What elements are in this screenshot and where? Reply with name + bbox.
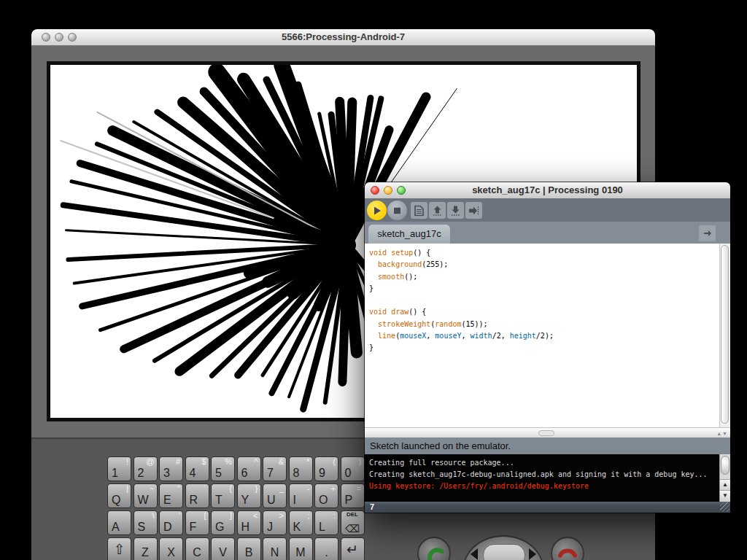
key-label: Y: [241, 494, 249, 507]
run-button[interactable]: [367, 201, 387, 220]
key-e[interactable]: E": [159, 483, 183, 508]
key-enter[interactable]: ↵: [341, 537, 365, 560]
stop-button[interactable]: [387, 201, 407, 220]
key-b[interactable]: B: [237, 537, 261, 560]
key-u[interactable]: U_: [263, 483, 287, 508]
editor-scrollbar-thumb[interactable]: [721, 245, 729, 424]
key-alt-label: %: [225, 457, 232, 466]
key-g[interactable]: G]: [211, 510, 235, 535]
key-a[interactable]: A: [107, 510, 131, 535]
key-label: O: [319, 494, 328, 507]
key-label: F: [190, 521, 197, 534]
console-scroll-up-button[interactable]: ▲: [720, 479, 730, 490]
key-o[interactable]: O+: [314, 483, 338, 508]
key-2[interactable]: 2@: [133, 456, 158, 481]
call-button[interactable]: [417, 537, 451, 560]
open-button[interactable]: [429, 202, 446, 219]
scroll-arrows-icon[interactable]: ▲▼: [716, 431, 728, 436]
console-scrollbar[interactable]: ▲ ▼: [719, 454, 730, 502]
key-alt-label: &: [279, 457, 284, 466]
key-w[interactable]: W~: [133, 483, 158, 508]
editor-hscrollbar-thumb[interactable]: [538, 430, 554, 436]
resize-grip[interactable]: [720, 502, 729, 512]
key-alt-label: ;: [307, 511, 309, 520]
key-alt-label: -: [307, 484, 310, 493]
key-i[interactable]: I-: [289, 483, 313, 508]
key-7[interactable]: 7&: [263, 456, 287, 481]
key-alt-label: ^: [254, 457, 258, 466]
key-h[interactable]: H<: [237, 510, 261, 535]
export-button[interactable]: [465, 202, 482, 219]
key-r[interactable]: R`: [185, 483, 209, 508]
console-line: Creating full resource package...: [369, 457, 715, 469]
editor-scrollbar[interactable]: [719, 244, 730, 427]
console-scroll-down-button[interactable]: ▼: [720, 490, 730, 501]
key-label: L: [319, 521, 325, 534]
key-y[interactable]: Y}: [237, 483, 261, 508]
new-sketch-button[interactable]: [411, 202, 427, 219]
code-editor[interactable]: void setup() { background(255); smooth()…: [365, 244, 719, 427]
key-label: 1: [112, 467, 118, 480]
key-9[interactable]: 9(: [314, 456, 338, 481]
key-alt-label: ): [359, 457, 362, 466]
key-c[interactable]: C: [185, 537, 209, 560]
key-alt-label: >: [279, 511, 284, 520]
key-q[interactable]: Q|: [107, 483, 131, 508]
arrow-down-icon: [447, 202, 464, 213]
key-.[interactable]: .: [314, 537, 338, 560]
emulator-titlebar[interactable]: 5566:Processing-Android-7: [31, 29, 655, 46]
key-s[interactable]: S\: [133, 510, 158, 535]
key-3[interactable]: 3#: [159, 456, 183, 481]
key-z[interactable]: Z: [133, 537, 158, 560]
key-label: W: [138, 494, 149, 507]
key-label: X: [160, 546, 182, 559]
processing-titlebar[interactable]: sketch_aug17c | Processing 0190: [365, 182, 730, 199]
key-alt-label: ]: [230, 511, 232, 520]
key-v[interactable]: V: [211, 537, 235, 560]
key-label: Z: [134, 546, 157, 559]
key-l[interactable]: L:: [314, 510, 338, 535]
key-5[interactable]: 5%: [211, 456, 235, 481]
dpad-right-icon[interactable]: [529, 548, 536, 560]
console-scrollbar-thumb[interactable]: [721, 456, 729, 475]
tab-sketch[interactable]: sketch_aug17c: [368, 225, 450, 244]
key-del[interactable]: DEL⌫: [341, 510, 365, 535]
key-alt-label: *: [306, 457, 309, 466]
key-m[interactable]: M: [289, 537, 313, 560]
hangup-button[interactable]: [551, 537, 584, 560]
key-8[interactable]: 8*: [289, 456, 313, 481]
key-label: P: [345, 494, 353, 507]
key-j[interactable]: J>: [263, 510, 287, 535]
dpad-left-icon[interactable]: [471, 548, 478, 560]
backspace-icon: ⌫: [341, 523, 364, 534]
key-t[interactable]: T{: [211, 483, 235, 508]
key-label: Q: [112, 494, 120, 507]
key-label: R: [190, 494, 198, 507]
key-n[interactable]: N: [263, 537, 287, 560]
key-x[interactable]: X: [159, 537, 183, 560]
key-alt-label: ': [179, 511, 180, 520]
key-shift[interactable]: ⇧: [107, 537, 131, 560]
key-label: I: [293, 494, 296, 507]
keyboard-row: Q|W~E"R`T{Y}U_I-O+P=: [107, 483, 365, 508]
code-line: void setup() {: [369, 247, 719, 259]
code-line: background(255);: [369, 259, 719, 271]
key-f[interactable]: F[: [185, 510, 209, 535]
key-alt-label: @: [146, 457, 154, 466]
tab-menu-button[interactable]: [699, 225, 716, 241]
key-4[interactable]: 4$: [185, 456, 209, 481]
emulator-window-title: 5566:Processing-Android-7: [31, 29, 655, 45]
dpad[interactable]: [462, 535, 544, 560]
key-1[interactable]: 1!: [107, 456, 131, 481]
editor-hscrollbar[interactable]: ▲▼: [365, 427, 730, 438]
key-label: C: [186, 546, 209, 559]
dpad-center-button[interactable]: [483, 544, 525, 560]
save-button[interactable]: [447, 202, 464, 219]
key-k[interactable]: K;: [289, 510, 313, 535]
code-line: line(mouseX, mouseY, width/2, height/2);: [369, 330, 719, 342]
code-line: }: [369, 283, 719, 295]
key-6[interactable]: 6^: [237, 456, 261, 481]
key-0[interactable]: 0): [341, 456, 365, 481]
key-d[interactable]: D': [159, 510, 183, 535]
key-p[interactable]: P=: [341, 483, 365, 508]
